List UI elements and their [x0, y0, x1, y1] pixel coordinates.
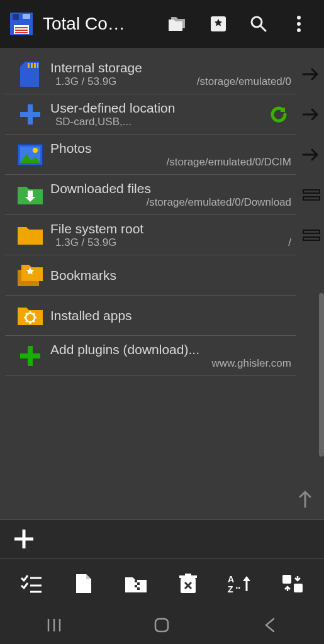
app-title: Total Co… [40, 14, 155, 34]
list-item-internal-storage[interactable]: Internal storage 1.3G / 53.9G /storage/e… [5, 54, 296, 94]
list-item-photos[interactable]: Photos /storage/emulated/0/DCIM [5, 135, 296, 175]
scroll-top-button[interactable] [294, 487, 316, 509]
item-sub [50, 156, 55, 169]
list-item-bookmarks[interactable]: Bookmarks [5, 255, 296, 296]
sd-card-icon [10, 60, 50, 88]
item-size: 1.3G / 53.9G [50, 75, 116, 88]
split-button[interactable] [299, 215, 324, 255]
item-title: Add plugins (download)... [50, 341, 291, 357]
item-title: Photos [50, 140, 291, 156]
svg-text:Z: Z [228, 584, 233, 594]
app-bar: Total Co… [0, 0, 324, 48]
item-path [137, 116, 266, 128]
item-path: / [121, 236, 291, 249]
item-size: 1.3G / 53.9G [50, 236, 116, 249]
search-button[interactable] [241, 6, 276, 42]
back-button[interactable] [245, 613, 295, 638]
svg-rect-23 [303, 190, 320, 193]
item-title: Internal storage [50, 60, 291, 75]
item-title: File system root [50, 221, 291, 236]
select-button[interactable] [13, 570, 50, 597]
delete-button[interactable] [169, 570, 207, 597]
file-list-panel: Internal storage 1.3G / 53.9G /storage/e… [0, 48, 324, 519]
archive-button[interactable] [117, 570, 155, 597]
plus-icon [10, 102, 50, 127]
recents-button[interactable] [29, 613, 79, 638]
svg-rect-37 [20, 353, 40, 358]
svg-line-9 [260, 26, 265, 31]
svg-rect-15 [34, 63, 36, 68]
open-arrow-button[interactable] [299, 135, 324, 175]
svg-text:A: A [228, 574, 234, 584]
item-url: www.ghisler.com [60, 357, 291, 370]
list-item-installed-apps[interactable]: Installed apps [5, 296, 296, 336]
item-path: /storage/emulated/0/DCIM [60, 156, 291, 169]
swap-panels-button[interactable] [274, 570, 311, 597]
svg-text:.: . [238, 580, 240, 591]
item-title: User-defined location [50, 100, 266, 116]
item-path: /storage/emulated/0/Download [60, 196, 291, 209]
folder-icon [10, 223, 50, 247]
svg-rect-44 [137, 582, 140, 585]
svg-rect-56 [294, 584, 303, 592]
folders-button[interactable] [160, 6, 196, 42]
system-nav-bar [0, 606, 324, 644]
svg-rect-22 [28, 191, 33, 197]
add-bar [0, 519, 324, 558]
split-button[interactable] [299, 175, 324, 215]
svg-rect-26 [303, 237, 320, 240]
svg-rect-25 [303, 230, 320, 233]
svg-line-33 [33, 321, 35, 322]
bottom-toolbar: A Z . . [0, 558, 324, 606]
overflow-menu-button[interactable] [281, 6, 316, 42]
svg-rect-1 [13, 14, 19, 20]
item-path: /storage/emulated/0 [121, 75, 291, 88]
photo-icon [10, 143, 50, 167]
refresh-button[interactable] [266, 104, 291, 125]
svg-point-12 [297, 28, 301, 32]
svg-rect-2 [23, 14, 30, 19]
svg-line-35 [26, 321, 27, 322]
svg-rect-14 [31, 63, 33, 68]
svg-rect-60 [155, 619, 168, 631]
add-button[interactable] [11, 526, 36, 552]
svg-rect-18 [20, 112, 40, 117]
svg-rect-16 [37, 63, 38, 68]
add-plugin-icon [10, 343, 50, 369]
bookmark-folder-icon [10, 262, 50, 289]
list-item-root[interactable]: File system root 1.3G / 53.9G / [5, 215, 296, 255]
scrollbar-indicator[interactable] [319, 293, 324, 457]
download-folder-icon [10, 183, 50, 207]
svg-rect-24 [303, 197, 320, 200]
svg-line-32 [26, 313, 27, 314]
app-icon [8, 10, 35, 38]
item-sub: SD-card,USB,... [50, 116, 131, 128]
list-item-user-defined[interactable]: User-defined location SD-card,USB,... [5, 94, 296, 135]
item-title: Bookmarks [50, 267, 291, 283]
svg-rect-43 [135, 580, 137, 582]
svg-point-10 [297, 16, 301, 19]
bookmark-button[interactable] [201, 6, 236, 42]
new-file-button[interactable] [65, 570, 103, 597]
open-arrow-button[interactable] [299, 54, 324, 94]
item-sub [50, 196, 55, 209]
open-arrow-button[interactable] [299, 94, 324, 135]
svg-rect-45 [135, 585, 137, 587]
list-item-add-plugins[interactable]: Add plugins (download)... www.ghisler.co… [5, 336, 296, 376]
svg-rect-49 [185, 574, 191, 576]
apps-folder-icon [10, 304, 50, 328]
svg-rect-13 [28, 63, 30, 68]
svg-point-11 [297, 22, 301, 26]
svg-rect-55 [282, 575, 291, 584]
item-title: Downloaded files [50, 180, 291, 196]
item-title: Installed apps [50, 308, 291, 323]
home-button[interactable] [137, 613, 187, 638]
sort-button[interactable]: A Z . . [221, 570, 259, 597]
svg-rect-46 [137, 587, 140, 590]
list-item-downloads[interactable]: Downloaded files /storage/emulated/0/Dow… [5, 175, 296, 215]
svg-line-34 [33, 313, 35, 314]
svg-point-21 [33, 148, 38, 153]
